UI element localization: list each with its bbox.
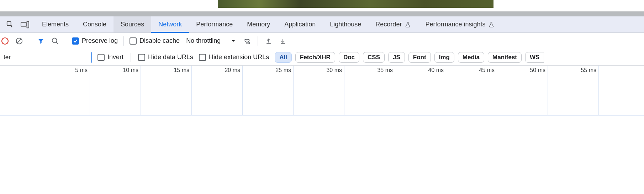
timeline-tick-label: 5 ms [75,67,88,73]
inspect-element-icon[interactable] [5,20,15,30]
tab-performance[interactable]: Performance [189,16,240,32]
svg-point-8 [247,42,247,43]
checkbox-icon [130,37,137,45]
tab-elements[interactable]: Elements [35,16,76,32]
page-content-fragment [218,0,493,8]
timeline-tick-label: 10 ms [123,67,138,73]
throttling-label: No throttling [186,37,221,45]
pill-all[interactable]: All [275,52,292,63]
checkbox-icon [97,54,105,61]
device-toolbar-icon[interactable] [20,20,30,30]
preserve-log-checkbox[interactable]: Preserve log [72,37,118,45]
hide-extension-urls-checkbox[interactable]: Hide extension URLs [199,53,269,61]
timeline-tick: 30 ms [294,66,344,115]
download-har-icon[interactable] [278,36,288,46]
tab-sources[interactable]: Sources [114,16,151,32]
throttling-select[interactable]: No throttling [184,37,238,45]
tab-recorder[interactable]: Recorder [368,16,418,32]
tab-performance-insights[interactable]: Performance insights [418,16,502,32]
network-filterbar: Invert Hide data URLs Hide extension URL… [0,49,644,66]
tab-lighthouse[interactable]: Lighthouse [323,16,368,32]
separator [258,36,258,46]
tab-label: Lighthouse [330,21,361,28]
timeline-tick-label: 40 ms [428,67,444,73]
tab-network[interactable]: Network [151,16,189,32]
pill-media[interactable]: Media [458,52,484,63]
upload-har-icon[interactable] [264,36,274,46]
timeline-tick: 50 ms [497,66,548,115]
separator [30,36,30,46]
pill-ws[interactable]: WS [525,52,544,63]
flask-icon [488,21,495,28]
separator [66,36,66,46]
pill-css[interactable]: CSS [363,52,385,63]
invert-checkbox[interactable]: Invert [97,53,123,61]
timeline-tick: 25 ms [243,66,294,115]
search-icon[interactable] [50,36,60,46]
svg-point-6 [52,38,57,42]
timeline-tick: 20 ms [192,66,243,115]
tab-label: Recorder [375,21,402,28]
flask-icon [405,21,411,28]
record-icon[interactable] [0,36,10,46]
devtools-tabbar: Elements Console Sources Network Perform… [0,16,644,33]
timeline-tick-label: 45 ms [479,67,495,73]
tab-label: Elements [42,21,69,28]
timeline-tick-label: 15 ms [174,67,189,73]
tab-label: Performance [196,21,233,28]
tab-label: Performance insights [425,21,485,28]
tab-label: Sources [121,21,144,28]
timeline-tick-label: 20 ms [225,67,240,73]
timeline-tick-label: 35 ms [377,67,393,73]
svg-line-7 [56,42,58,44]
checkbox-label: Hide extension URLs [209,53,269,61]
pill-img[interactable]: Img [434,52,454,63]
timeline-tick: 35 ms [344,66,395,115]
network-timeline-overview[interactable]: 5 ms10 ms15 ms20 ms25 ms30 ms35 ms40 ms4… [0,66,644,116]
pill-manifest[interactable]: Manifest [488,52,522,63]
timeline-tick: 5 ms [39,66,90,115]
tab-label: Network [158,21,182,28]
checkbox-label: Hide data URLs [148,53,193,61]
tab-label: Console [83,21,106,28]
network-conditions-icon[interactable] [242,36,252,46]
timeline-tick: 15 ms [141,66,192,115]
timeline-tick-label: 50 ms [530,67,545,73]
timeline-tick: 55 ms [548,66,599,115]
pill-fetch-xhr[interactable]: Fetch/XHR [295,52,335,63]
timeline-tick-label: 55 ms [581,67,596,73]
separator [131,53,131,62]
checkbox-label: Invert [107,53,123,61]
disable-cache-checkbox[interactable]: Disable cache [130,37,180,45]
hide-data-urls-checkbox[interactable]: Hide data URLs [138,53,193,61]
clear-icon[interactable] [14,36,24,46]
filter-icon[interactable] [36,36,46,46]
checkbox-icon [199,54,206,61]
filter-input[interactable] [0,52,92,63]
checkbox-label: Preserve log [82,37,118,45]
svg-rect-2 [27,21,29,27]
pill-font[interactable]: Font [408,52,431,63]
svg-line-5 [17,39,21,43]
tab-label: Application [284,21,316,28]
checkbox-icon [138,54,145,61]
separator [123,36,124,46]
network-toolbar: Preserve log Disable cache No throttling [0,33,644,49]
tab-label: Memory [247,21,270,28]
checkbox-label: Disable cache [139,37,180,45]
timeline-tick: 10 ms [90,66,141,115]
chevron-down-icon [231,39,236,43]
timeline-tick: 45 ms [446,66,497,115]
timeline-tick-label: 25 ms [275,67,291,73]
timeline-tick: 40 ms [395,66,446,115]
tab-console[interactable]: Console [76,16,114,32]
tab-application[interactable]: Application [277,16,323,32]
devtools-drag-handle[interactable] [0,11,644,16]
tab-memory[interactable]: Memory [240,16,277,32]
svg-point-3 [2,38,8,44]
checkbox-icon [72,37,79,45]
svg-rect-1 [21,22,26,26]
pill-js[interactable]: JS [388,52,405,63]
pill-doc[interactable]: Doc [339,52,359,63]
page-content-viewport [0,0,644,11]
